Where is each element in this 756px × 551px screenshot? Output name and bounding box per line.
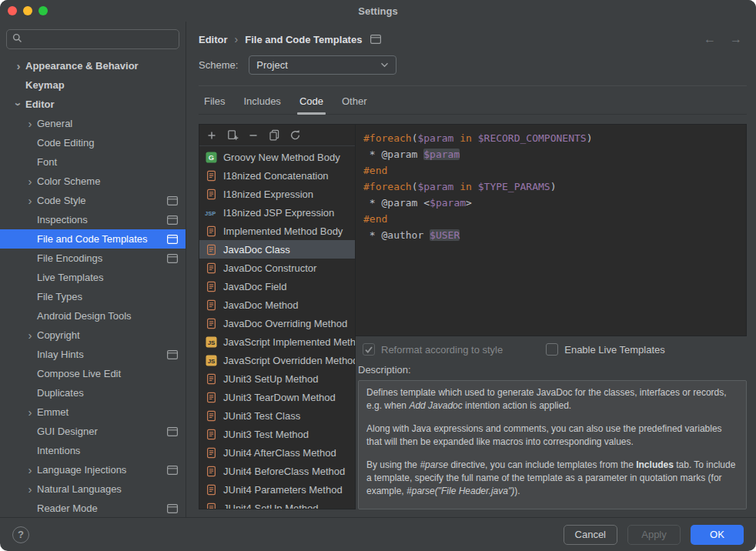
tab-code[interactable]: Code bbox=[297, 88, 326, 114]
template-item-junit4-parameters-method[interactable]: JUnit4 Parameters Method bbox=[199, 480, 355, 499]
sidebar-item-font[interactable]: Font bbox=[0, 152, 186, 172]
chevron-right-icon[interactable]: › bbox=[23, 406, 37, 418]
help-button[interactable]: ? bbox=[12, 526, 29, 543]
sidebar-item-live-templates[interactable]: Live Templates bbox=[0, 268, 186, 287]
template-item-junit3-teardown-method[interactable]: JUnit3 TearDown Method bbox=[199, 388, 355, 406]
sidebar-item-copyright[interactable]: ›Copyright bbox=[0, 326, 186, 345]
create-child-template-icon[interactable] bbox=[223, 127, 242, 144]
template-icon bbox=[205, 447, 218, 459]
chevron-right-icon[interactable]: › bbox=[23, 329, 37, 341]
tab-other[interactable]: Other bbox=[340, 88, 370, 114]
sidebar-item-natural-languages[interactable]: ›Natural Languages bbox=[0, 479, 186, 499]
scheme-dropdown[interactable]: Project bbox=[249, 55, 396, 75]
sidebar-item-compose-live-edit[interactable]: Compose Live Edit bbox=[0, 364, 186, 383]
sidebar-item-keymap[interactable]: Keymap bbox=[0, 75, 186, 95]
template-code-editor[interactable]: #foreach($param in $RECORD_COMPONENTS) *… bbox=[355, 124, 747, 336]
scheme-row: Scheme: Project bbox=[199, 51, 747, 86]
apply-button[interactable]: Apply bbox=[627, 525, 681, 545]
template-item-junit4-beforeclass-method[interactable]: JUnit4 BeforeClass Method bbox=[199, 462, 355, 480]
template-item-junit3-setup-method[interactable]: JUnit3 SetUp Method bbox=[199, 369, 355, 388]
template-toolbar bbox=[199, 125, 355, 146]
cancel-button[interactable]: Cancel bbox=[564, 525, 617, 545]
template-item-javadoc-constructor[interactable]: JavaDoc Constructor bbox=[199, 259, 355, 277]
template-item-javadoc-field[interactable]: JavaDoc Field bbox=[199, 277, 355, 296]
chevron-right-icon[interactable]: › bbox=[23, 483, 37, 495]
sidebar-item-duplicates[interactable]: Duplicates bbox=[0, 383, 186, 402]
js-icon: JS bbox=[205, 355, 218, 366]
screen-icon bbox=[167, 235, 178, 244]
code-line: #end bbox=[363, 162, 738, 179]
sidebar-item-general[interactable]: ›General bbox=[0, 114, 186, 133]
template-icon bbox=[205, 484, 218, 496]
chevron-right-icon[interactable]: › bbox=[23, 195, 37, 206]
template-item-javascript-overridden-method[interactable]: JSJavaScript Overridden Method bbox=[199, 351, 355, 369]
minimize-button[interactable] bbox=[23, 6, 32, 15]
template-item-i18nized-concatenation[interactable]: I18nized Concatenation bbox=[199, 166, 355, 185]
sidebar-item-inspections[interactable]: Inspections bbox=[0, 210, 186, 229]
chevron-right-icon[interactable]: › bbox=[23, 464, 37, 476]
breadcrumb-editor[interactable]: Editor bbox=[199, 34, 228, 45]
sidebar-item-emmet[interactable]: ›Emmet bbox=[0, 402, 186, 422]
sidebar-item-label: Appearance & Behavior bbox=[25, 60, 139, 72]
back-arrow-icon[interactable]: ← bbox=[704, 32, 716, 46]
reset-to-default-icon[interactable] bbox=[286, 127, 304, 144]
template-item-implemented-method-body[interactable]: Implemented Method Body bbox=[199, 222, 355, 240]
template-icon bbox=[205, 189, 218, 200]
groovy-icon: G bbox=[205, 152, 218, 163]
add-template-icon[interactable] bbox=[202, 127, 221, 144]
close-button[interactable] bbox=[8, 6, 17, 15]
template-item-i18nized-jsp-expression[interactable]: JSPI18nized JSP Expression bbox=[199, 203, 355, 222]
sidebar-item-code-editing[interactable]: Code Editing bbox=[0, 133, 186, 152]
template-item-junit3-test-class[interactable]: JUnit3 Test Class bbox=[199, 406, 355, 425]
template-item-javadoc-overriding-method[interactable]: JavaDoc Overriding Method bbox=[199, 314, 355, 332]
sidebar-item-code-style[interactable]: ›Code Style bbox=[0, 191, 186, 210]
zoom-button[interactable] bbox=[38, 6, 48, 15]
settings-search[interactable] bbox=[6, 29, 179, 49]
sidebar-item-gui-designer[interactable]: GUI Designer bbox=[0, 422, 186, 441]
template-item-javascript-implemented-method[interactable]: JSJavaScript Implemented Method bbox=[199, 332, 355, 351]
sidebar-item-language-injections[interactable]: ›Language Injections bbox=[0, 460, 186, 479]
remove-template-icon[interactable] bbox=[244, 127, 263, 144]
enable-live-templates-checkbox[interactable]: Enable Live Templates bbox=[546, 343, 665, 356]
sidebar-item-editor[interactable]: ›Editor bbox=[0, 95, 186, 114]
sidebar-item-android-design-tools[interactable]: Android Design Tools bbox=[0, 306, 186, 326]
template-icon bbox=[205, 503, 218, 509]
template-item-groovy-new-method-body[interactable]: GGroovy New Method Body bbox=[199, 148, 355, 166]
window-title: Settings bbox=[358, 5, 397, 17]
sidebar-item-label: Code Editing bbox=[37, 137, 94, 149]
code-line: * @param <$param> bbox=[363, 195, 738, 211]
sidebar-item-file-and-code-templates[interactable]: File and Code Templates bbox=[0, 229, 186, 249]
sidebar-item-file-encodings[interactable]: File Encodings bbox=[0, 249, 186, 268]
template-item-junit4-setup-method[interactable]: JUnit4 SetUp Method bbox=[199, 499, 355, 509]
sidebar-item-inlay-hints[interactable]: Inlay Hints bbox=[0, 345, 186, 364]
sidebar-item-file-types[interactable]: File Types bbox=[0, 287, 186, 306]
copy-template-icon[interactable] bbox=[265, 127, 283, 144]
scheme-value: Project bbox=[256, 59, 287, 71]
template-item-junit4-afterclass-method[interactable]: JUnit4 AfterClass Method bbox=[199, 443, 355, 462]
template-label: JUnit4 BeforeClass Method bbox=[223, 466, 345, 477]
breadcrumb: Editor › File and Code Templates ← → bbox=[199, 28, 747, 51]
template-label: I18nized Concatenation bbox=[223, 170, 329, 182]
chevron-right-icon[interactable]: › bbox=[23, 118, 37, 129]
tab-files[interactable]: Files bbox=[202, 88, 227, 114]
template-item-javadoc-class[interactable]: JavaDoc Class bbox=[199, 240, 355, 259]
reformat-checkbox[interactable]: Reformat according to style bbox=[363, 343, 503, 356]
sidebar-item-reader-mode[interactable]: Reader Mode bbox=[0, 499, 186, 517]
template-item-javadoc-method[interactable]: JavaDoc Method bbox=[199, 296, 355, 314]
template-item-i18nized-expression[interactable]: I18nized Expression bbox=[199, 185, 355, 203]
chevron-right-icon[interactable]: › bbox=[12, 60, 25, 72]
tab-includes[interactable]: Includes bbox=[241, 88, 283, 114]
template-item-junit3-test-method[interactable]: JUnit3 Test Method bbox=[199, 425, 355, 443]
chevron-right-icon[interactable]: › bbox=[23, 175, 37, 187]
sidebar-item-color-scheme[interactable]: ›Color Scheme bbox=[0, 172, 186, 191]
sidebar-item-label: Keymap bbox=[25, 79, 65, 91]
forward-arrow-icon[interactable]: → bbox=[730, 32, 742, 46]
sidebar-item-appearance-behavior[interactable]: ›Appearance & Behavior bbox=[0, 56, 186, 75]
chevron-down-icon[interactable]: › bbox=[13, 98, 25, 112]
sidebar-item-intentions[interactable]: Intentions bbox=[0, 441, 186, 460]
description-body: Defines template which used to generate … bbox=[358, 380, 747, 509]
ok-button[interactable]: OK bbox=[691, 525, 744, 545]
titlebar[interactable]: Settings bbox=[0, 0, 756, 22]
svg-text:JS: JS bbox=[208, 358, 216, 365]
search-input[interactable] bbox=[26, 33, 173, 46]
